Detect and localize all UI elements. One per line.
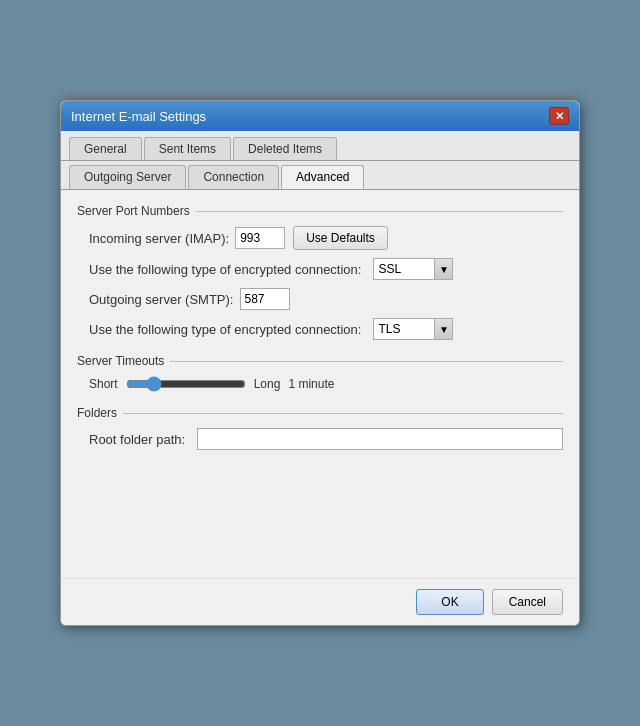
encryption-row-2: Use the following type of encrypted conn…	[77, 318, 563, 340]
use-defaults-button[interactable]: Use Defaults	[293, 226, 388, 250]
section-server-timeouts: Server Timeouts Short Long 1 minute	[77, 354, 563, 392]
ok-button[interactable]: OK	[416, 589, 483, 615]
dropdown-arrow-2: ▼	[434, 319, 452, 339]
dialog: Internet E-mail Settings ✕ General Sent …	[60, 100, 580, 626]
section-server-port-numbers: Server Port Numbers Incoming server (IMA…	[77, 204, 563, 340]
root-folder-row: Root folder path:	[77, 428, 563, 450]
short-label: Short	[89, 377, 118, 391]
section-title-folders: Folders	[77, 406, 563, 420]
long-label: Long	[254, 377, 281, 391]
incoming-server-input[interactable]	[235, 227, 285, 249]
close-button[interactable]: ✕	[549, 107, 569, 125]
incoming-server-label: Incoming server (IMAP):	[89, 231, 229, 246]
timeout-value: 1 minute	[288, 377, 334, 391]
encryption-row-1: Use the following type of encrypted conn…	[77, 258, 563, 280]
tab-advanced[interactable]: Advanced	[281, 165, 364, 189]
encryption-select-1[interactable]: SSL TLS None Auto	[374, 262, 434, 276]
section-title-server-port-numbers: Server Port Numbers	[77, 204, 563, 218]
outgoing-server-label: Outgoing server (SMTP):	[89, 292, 234, 307]
encryption-label-1: Use the following type of encrypted conn…	[89, 262, 361, 277]
empty-space	[77, 464, 563, 564]
root-folder-label: Root folder path:	[89, 432, 185, 447]
dialog-title: Internet E-mail Settings	[71, 109, 206, 124]
encryption-select-2[interactable]: TLS SSL None Auto	[374, 322, 434, 336]
tab-sent-items[interactable]: Sent Items	[144, 137, 231, 160]
bottom-bar: OK Cancel	[61, 578, 579, 625]
encryption-dropdown-1[interactable]: SSL TLS None Auto ▼	[373, 258, 453, 280]
tab-outgoing-server[interactable]: Outgoing Server	[69, 165, 186, 189]
tab-row-2: Outgoing Server Connection Advanced	[61, 161, 579, 190]
tab-connection[interactable]: Connection	[188, 165, 279, 189]
section-title-server-timeouts: Server Timeouts	[77, 354, 563, 368]
outgoing-server-row: Outgoing server (SMTP):	[77, 288, 563, 310]
tab-general[interactable]: General	[69, 137, 142, 160]
tab-deleted-items[interactable]: Deleted Items	[233, 137, 337, 160]
encryption-dropdown-2[interactable]: TLS SSL None Auto ▼	[373, 318, 453, 340]
outgoing-server-input[interactable]	[240, 288, 290, 310]
section-folders: Folders Root folder path:	[77, 406, 563, 450]
incoming-server-row: Incoming server (IMAP): Use Defaults	[77, 226, 563, 250]
encryption-label-2: Use the following type of encrypted conn…	[89, 322, 361, 337]
root-folder-input[interactable]	[197, 428, 563, 450]
timeout-slider-row: Short Long 1 minute	[77, 376, 563, 392]
timeout-slider[interactable]	[126, 376, 246, 392]
dropdown-arrow-1: ▼	[434, 259, 452, 279]
cancel-button[interactable]: Cancel	[492, 589, 563, 615]
title-bar: Internet E-mail Settings ✕	[61, 101, 579, 131]
tab-row-1: General Sent Items Deleted Items	[61, 131, 579, 161]
content-area: Server Port Numbers Incoming server (IMA…	[61, 190, 579, 578]
